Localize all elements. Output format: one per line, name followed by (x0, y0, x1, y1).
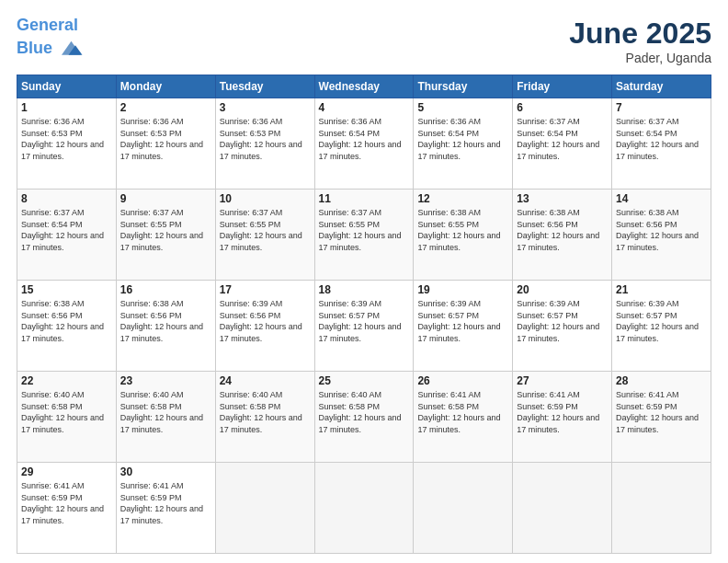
calendar-table: SundayMondayTuesdayWednesdayThursdayFrid… (17, 75, 711, 554)
day-info: Sunrise: 6:38 AM Sunset: 6:56 PM Dayligh… (120, 298, 211, 344)
col-header-tuesday: Tuesday (215, 75, 314, 98)
col-header-friday: Friday (513, 75, 612, 98)
day-info: Sunrise: 6:40 AM Sunset: 6:58 PM Dayligh… (120, 389, 211, 435)
day-number: 11 (319, 192, 410, 205)
day-info: Sunrise: 6:36 AM Sunset: 6:54 PM Dayligh… (417, 116, 508, 162)
calendar-cell: 9 Sunrise: 6:37 AM Sunset: 6:55 PM Dayli… (116, 190, 215, 281)
day-number: 29 (21, 465, 112, 478)
day-info: Sunrise: 6:41 AM Sunset: 6:58 PM Dayligh… (417, 389, 508, 435)
day-number: 14 (616, 192, 707, 205)
day-number: 20 (517, 283, 608, 296)
day-number: 23 (120, 374, 211, 387)
calendar-cell: 26 Sunrise: 6:41 AM Sunset: 6:58 PM Dayl… (414, 372, 513, 463)
calendar-cell: 15 Sunrise: 6:38 AM Sunset: 6:56 PM Dayl… (17, 281, 117, 372)
calendar-cell: 30 Sunrise: 6:41 AM Sunset: 6:59 PM Dayl… (116, 463, 215, 554)
calendar-cell: 3 Sunrise: 6:36 AM Sunset: 6:53 PM Dayli… (215, 98, 314, 190)
calendar-cell: 22 Sunrise: 6:40 AM Sunset: 6:58 PM Dayl… (17, 372, 117, 463)
day-info: Sunrise: 6:38 AM Sunset: 6:56 PM Dayligh… (21, 298, 112, 344)
calendar-cell: 23 Sunrise: 6:40 AM Sunset: 6:58 PM Dayl… (116, 372, 215, 463)
page: General Blue June 2025 Pader, Uganda Sun… (0, 0, 728, 563)
calendar-cell: 12 Sunrise: 6:38 AM Sunset: 6:55 PM Dayl… (414, 190, 513, 281)
day-info: Sunrise: 6:38 AM Sunset: 6:55 PM Dayligh… (417, 207, 508, 253)
day-info: Sunrise: 6:41 AM Sunset: 6:59 PM Dayligh… (616, 389, 707, 435)
calendar-cell: 29 Sunrise: 6:41 AM Sunset: 6:59 PM Dayl… (17, 463, 117, 554)
day-number: 1 (21, 101, 112, 114)
calendar-cell: 11 Sunrise: 6:37 AM Sunset: 6:55 PM Dayl… (314, 190, 414, 281)
col-header-monday: Monday (116, 75, 215, 98)
day-info: Sunrise: 6:39 AM Sunset: 6:57 PM Dayligh… (417, 298, 508, 344)
calendar-week-row: 8 Sunrise: 6:37 AM Sunset: 6:54 PM Dayli… (17, 190, 711, 281)
day-number: 5 (417, 101, 508, 114)
day-info: Sunrise: 6:41 AM Sunset: 6:59 PM Dayligh… (517, 389, 608, 435)
day-number: 8 (21, 192, 112, 205)
day-number: 16 (120, 283, 211, 296)
calendar-cell: 17 Sunrise: 6:39 AM Sunset: 6:56 PM Dayl… (215, 281, 314, 372)
day-number: 25 (319, 374, 410, 387)
title-block: June 2025 Pader, Uganda (569, 17, 711, 65)
calendar-cell: 19 Sunrise: 6:39 AM Sunset: 6:57 PM Dayl… (414, 281, 513, 372)
calendar-cell: 25 Sunrise: 6:40 AM Sunset: 6:58 PM Dayl… (314, 372, 414, 463)
calendar-cell (414, 463, 513, 554)
day-info: Sunrise: 6:39 AM Sunset: 6:57 PM Dayligh… (517, 298, 608, 344)
logo-general: General (17, 16, 78, 34)
calendar-cell: 16 Sunrise: 6:38 AM Sunset: 6:56 PM Dayl… (116, 281, 215, 372)
calendar-cell: 13 Sunrise: 6:38 AM Sunset: 6:56 PM Dayl… (513, 190, 612, 281)
day-number: 30 (120, 465, 211, 478)
day-number: 15 (21, 283, 112, 296)
day-info: Sunrise: 6:39 AM Sunset: 6:57 PM Dayligh… (616, 298, 707, 344)
day-number: 22 (21, 374, 112, 387)
calendar-cell: 18 Sunrise: 6:39 AM Sunset: 6:57 PM Dayl… (314, 281, 414, 372)
day-info: Sunrise: 6:36 AM Sunset: 6:53 PM Dayligh… (220, 116, 311, 162)
calendar-cell: 1 Sunrise: 6:36 AM Sunset: 6:53 PM Dayli… (17, 98, 117, 190)
calendar-cell (612, 463, 711, 554)
day-info: Sunrise: 6:41 AM Sunset: 6:59 PM Dayligh… (21, 480, 112, 526)
day-info: Sunrise: 6:37 AM Sunset: 6:55 PM Dayligh… (319, 207, 410, 253)
calendar-cell: 20 Sunrise: 6:39 AM Sunset: 6:57 PM Dayl… (513, 281, 612, 372)
calendar-week-row: 1 Sunrise: 6:36 AM Sunset: 6:53 PM Dayli… (17, 98, 711, 190)
day-info: Sunrise: 6:36 AM Sunset: 6:53 PM Dayligh… (21, 116, 112, 162)
day-number: 4 (319, 101, 410, 114)
logo: General Blue (17, 17, 84, 63)
day-number: 28 (616, 374, 707, 387)
day-number: 2 (120, 101, 211, 114)
day-number: 12 (417, 192, 508, 205)
day-info: Sunrise: 6:36 AM Sunset: 6:53 PM Dayligh… (120, 116, 211, 162)
day-number: 24 (220, 374, 311, 387)
day-number: 18 (319, 283, 410, 296)
day-info: Sunrise: 6:39 AM Sunset: 6:56 PM Dayligh… (220, 298, 311, 344)
day-info: Sunrise: 6:37 AM Sunset: 6:55 PM Dayligh… (120, 207, 211, 253)
day-info: Sunrise: 6:38 AM Sunset: 6:56 PM Dayligh… (517, 207, 608, 253)
day-number: 9 (120, 192, 211, 205)
day-number: 17 (220, 283, 311, 296)
logo-blue: Blue (17, 40, 52, 58)
calendar-cell: 21 Sunrise: 6:39 AM Sunset: 6:57 PM Dayl… (612, 281, 711, 372)
calendar-cell: 24 Sunrise: 6:40 AM Sunset: 6:58 PM Dayl… (215, 372, 314, 463)
day-info: Sunrise: 6:37 AM Sunset: 6:54 PM Dayligh… (517, 116, 608, 162)
day-info: Sunrise: 6:40 AM Sunset: 6:58 PM Dayligh… (220, 389, 311, 435)
calendar-cell: 5 Sunrise: 6:36 AM Sunset: 6:54 PM Dayli… (414, 98, 513, 190)
calendar-header-row: SundayMondayTuesdayWednesdayThursdayFrid… (17, 75, 711, 98)
calendar-cell: 7 Sunrise: 6:37 AM Sunset: 6:54 PM Dayli… (612, 98, 711, 190)
day-info: Sunrise: 6:37 AM Sunset: 6:54 PM Dayligh… (21, 207, 112, 253)
day-info: Sunrise: 6:38 AM Sunset: 6:56 PM Dayligh… (616, 207, 707, 253)
day-info: Sunrise: 6:39 AM Sunset: 6:57 PM Dayligh… (319, 298, 410, 344)
day-info: Sunrise: 6:37 AM Sunset: 6:54 PM Dayligh… (616, 116, 707, 162)
day-number: 10 (220, 192, 311, 205)
day-number: 13 (517, 192, 608, 205)
col-header-sunday: Sunday (17, 75, 117, 98)
day-info: Sunrise: 6:36 AM Sunset: 6:54 PM Dayligh… (319, 116, 410, 162)
day-number: 21 (616, 283, 707, 296)
calendar-cell: 27 Sunrise: 6:41 AM Sunset: 6:59 PM Dayl… (513, 372, 612, 463)
header: General Blue June 2025 Pader, Uganda (17, 17, 711, 65)
day-info: Sunrise: 6:40 AM Sunset: 6:58 PM Dayligh… (319, 389, 410, 435)
month-title: June 2025 (569, 17, 711, 51)
calendar-cell: 28 Sunrise: 6:41 AM Sunset: 6:59 PM Dayl… (612, 372, 711, 463)
logo-icon (56, 35, 84, 63)
calendar-cell: 2 Sunrise: 6:36 AM Sunset: 6:53 PM Dayli… (116, 98, 215, 190)
col-header-wednesday: Wednesday (314, 75, 414, 98)
day-number: 6 (517, 101, 608, 114)
day-info: Sunrise: 6:41 AM Sunset: 6:59 PM Dayligh… (120, 480, 211, 526)
col-header-saturday: Saturday (612, 75, 711, 98)
day-number: 27 (517, 374, 608, 387)
location: Pader, Uganda (569, 51, 711, 65)
